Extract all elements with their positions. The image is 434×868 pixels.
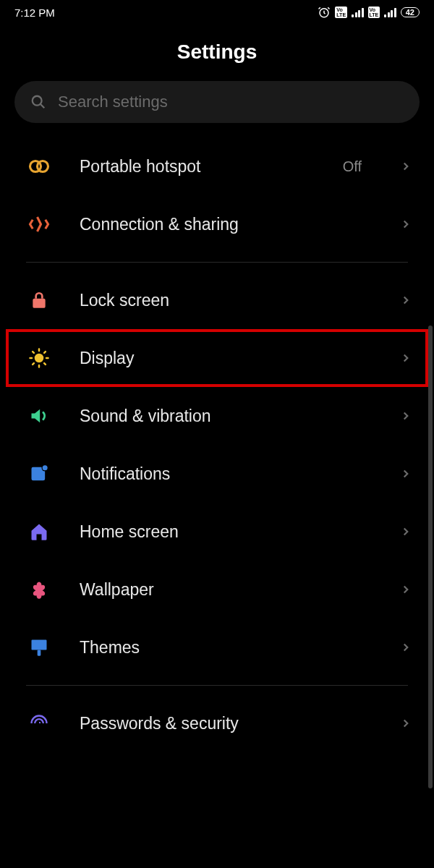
item-label: Sound & vibration bbox=[80, 407, 370, 426]
svg-rect-9 bbox=[32, 640, 47, 650]
svg-rect-4 bbox=[33, 299, 45, 308]
battery-indicator: 42 bbox=[401, 7, 420, 17]
svg-rect-10 bbox=[38, 650, 41, 656]
chevron-right-icon bbox=[399, 409, 412, 422]
fingerprint-icon bbox=[27, 712, 51, 735]
item-lock-screen[interactable]: Lock screen bbox=[0, 271, 434, 329]
item-label: Wallpaper bbox=[80, 580, 370, 600]
scrollbar[interactable] bbox=[428, 326, 433, 788]
notification-icon bbox=[27, 462, 51, 485]
divider bbox=[26, 262, 408, 263]
search-input[interactable]: Search settings bbox=[14, 81, 420, 123]
item-label: Passwords & security bbox=[80, 714, 370, 733]
item-label: Home screen bbox=[80, 522, 370, 542]
item-display[interactable]: Display bbox=[6, 329, 428, 387]
item-portable-hotspot[interactable]: Portable hotspot Off bbox=[0, 137, 434, 195]
item-connection-sharing[interactable]: Connection & sharing bbox=[0, 195, 434, 253]
svg-point-5 bbox=[35, 354, 44, 363]
chevron-right-icon bbox=[399, 218, 412, 231]
lock-icon bbox=[27, 289, 51, 312]
brush-icon bbox=[27, 636, 51, 659]
item-wallpaper[interactable]: Wallpaper bbox=[0, 561, 434, 618]
volte-badge-2: VoLTE bbox=[368, 7, 380, 18]
item-value: Off bbox=[343, 158, 362, 175]
home-icon bbox=[27, 520, 51, 543]
item-themes[interactable]: Themes bbox=[0, 618, 434, 676]
svg-point-8 bbox=[43, 465, 48, 470]
item-label: Display bbox=[80, 349, 370, 368]
signal-bars-2 bbox=[384, 7, 396, 17]
chevron-right-icon bbox=[399, 160, 412, 173]
share-icon bbox=[27, 213, 51, 236]
chevron-right-icon bbox=[399, 583, 412, 596]
alarm-icon bbox=[318, 6, 331, 19]
item-home-screen[interactable]: Home screen bbox=[0, 503, 434, 561]
hotspot-icon bbox=[27, 155, 51, 178]
item-label: Connection & sharing bbox=[80, 215, 370, 234]
item-label: Portable hotspot bbox=[80, 157, 314, 176]
svg-point-1 bbox=[33, 96, 42, 106]
speaker-icon bbox=[27, 404, 51, 427]
chevron-right-icon bbox=[399, 525, 412, 538]
chevron-right-icon bbox=[399, 352, 412, 365]
chevron-right-icon bbox=[399, 467, 412, 480]
chevron-right-icon bbox=[399, 294, 412, 307]
search-placeholder: Search settings bbox=[58, 93, 168, 111]
chevron-right-icon bbox=[399, 641, 412, 654]
page-title: Settings bbox=[0, 41, 434, 64]
flower-icon bbox=[27, 578, 51, 601]
signal-bars-1 bbox=[352, 7, 364, 17]
volte-badge-1: VoLTE bbox=[335, 7, 347, 18]
item-passwords-security[interactable]: Passwords & security bbox=[0, 694, 434, 752]
item-notifications[interactable]: Notifications bbox=[0, 445, 434, 503]
item-label: Notifications bbox=[80, 464, 370, 484]
search-icon bbox=[30, 94, 46, 110]
item-sound-vibration[interactable]: Sound & vibration bbox=[0, 387, 434, 445]
divider bbox=[26, 685, 408, 686]
item-label: Themes bbox=[80, 638, 370, 658]
chevron-right-icon bbox=[399, 717, 412, 730]
sun-icon bbox=[27, 346, 51, 370]
status-time: 7:12 PM bbox=[14, 7, 55, 19]
settings-list: Portable hotspot Off Connection & sharin… bbox=[0, 137, 434, 752]
item-label: Lock screen bbox=[80, 291, 370, 310]
svg-point-3 bbox=[38, 161, 48, 172]
status-bar: 7:12 PM VoLTE VoLTE 42 bbox=[0, 0, 434, 25]
status-icons: VoLTE VoLTE 42 bbox=[318, 6, 420, 19]
